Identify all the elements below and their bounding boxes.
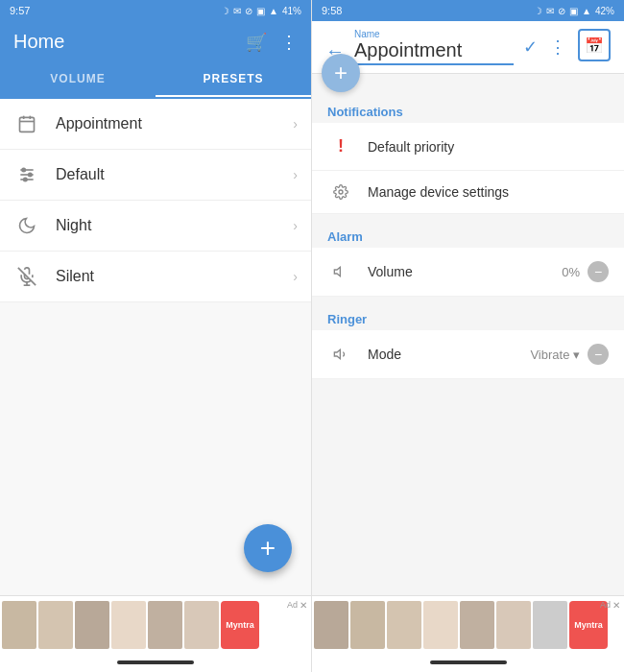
right-status-bar: 9:58 ☽ ✉ ⊘ ▣ ▲ 42% bbox=[312, 0, 624, 21]
list-item-appointment[interactable]: Appointment › bbox=[0, 99, 311, 150]
silent-label: Silent bbox=[56, 268, 293, 285]
left-app-title: Home bbox=[13, 31, 64, 53]
more-icon[interactable]: ⋮ bbox=[280, 32, 298, 53]
right-ad-thumb-2 bbox=[350, 601, 385, 649]
right-ad-thumb-5 bbox=[460, 601, 494, 649]
wifi-icon: ▲ bbox=[269, 6, 278, 16]
ringer-minus-button[interactable]: − bbox=[588, 344, 609, 365]
right-signal-icon: ⊘ bbox=[558, 6, 565, 16]
name-label: Name bbox=[354, 29, 514, 39]
svg-point-8 bbox=[29, 173, 32, 176]
night-label: Night bbox=[56, 217, 293, 234]
ad-thumb-4 bbox=[111, 601, 146, 649]
speaker-icon bbox=[327, 264, 354, 279]
email-icon: ✉ bbox=[233, 6, 241, 16]
exclaim-icon: ! bbox=[327, 136, 354, 156]
right-moon-icon: ☽ bbox=[534, 6, 542, 16]
ringer-header: Ringer bbox=[312, 304, 624, 330]
ad-thumb-1 bbox=[2, 601, 36, 649]
left-tabs: VOLUME PRESETS bbox=[0, 62, 311, 99]
right-ad-thumb-7 bbox=[533, 601, 567, 649]
tab-volume[interactable]: VOLUME bbox=[0, 62, 156, 97]
right-wifi-icon: ▲ bbox=[582, 6, 591, 16]
right-home-indicator bbox=[312, 653, 624, 672]
ad-thumb-5 bbox=[148, 601, 182, 649]
ad-close-button[interactable]: ✕ bbox=[300, 600, 307, 611]
gear-icon bbox=[327, 184, 354, 200]
default-priority-item[interactable]: ! Default priority bbox=[312, 123, 624, 171]
right-home-bar bbox=[430, 660, 507, 664]
ad-logo[interactable]: Myntra bbox=[221, 601, 259, 649]
notifications-section: Notifications ! Default priority Manage … bbox=[312, 97, 624, 214]
left-time: 9:57 bbox=[10, 5, 30, 16]
alarm-volume-label: Volume bbox=[368, 264, 562, 279]
right-header-actions: ✓ ⋮ 📅 bbox=[523, 29, 611, 73]
alarm-section: Alarm Volume 0% − bbox=[312, 222, 624, 297]
left-ad-banner: Myntra Ad ✕ bbox=[0, 595, 311, 653]
night-chevron: › bbox=[293, 218, 298, 233]
appointment-icon bbox=[13, 114, 40, 133]
tab-presets[interactable]: PRESETS bbox=[156, 62, 311, 97]
right-more-icon[interactable]: ⋮ bbox=[549, 36, 566, 58]
home-bar bbox=[117, 660, 194, 664]
ad-thumb-6 bbox=[184, 601, 219, 649]
right-ad-close-button[interactable]: ✕ bbox=[612, 600, 620, 611]
manage-device-label: Manage device settings bbox=[368, 184, 609, 200]
ringer-section: Ringer Mode Vibrate ▾ − bbox=[312, 304, 624, 379]
ringer-mode-item[interactable]: Mode Vibrate ▾ − bbox=[312, 330, 624, 379]
preset-name-field: Name Appointment bbox=[354, 29, 514, 73]
list-item-default[interactable]: Default › bbox=[0, 150, 311, 201]
alarm-volume-item[interactable]: Volume 0% − bbox=[312, 248, 624, 297]
right-device-icon: ▣ bbox=[569, 6, 578, 16]
signal-icon: ⊘ bbox=[245, 6, 252, 16]
list-item-silent[interactable]: Silent › bbox=[0, 252, 311, 302]
default-icon bbox=[13, 165, 40, 184]
ad-thumb-2 bbox=[38, 601, 73, 649]
right-ad-thumb-3 bbox=[387, 601, 421, 649]
alarm-header: Alarm bbox=[312, 222, 624, 248]
svg-point-9 bbox=[24, 178, 27, 180]
notifications-header: Notifications bbox=[312, 97, 624, 123]
left-fab[interactable]: + bbox=[244, 524, 292, 572]
calendar-icon[interactable]: 📅 bbox=[578, 29, 611, 61]
cart-icon[interactable]: 🛒 bbox=[246, 32, 267, 53]
svg-point-13 bbox=[339, 190, 343, 194]
svg-marker-14 bbox=[334, 267, 340, 276]
default-chevron: › bbox=[293, 167, 298, 182]
check-icon[interactable]: ✓ bbox=[523, 36, 538, 58]
night-icon bbox=[13, 216, 40, 235]
appointment-label: Appointment bbox=[56, 115, 293, 132]
name-underline bbox=[354, 63, 514, 65]
left-status-bar: 9:57 ☽ ✉ ⊘ ▣ ▲ 41% bbox=[0, 0, 311, 21]
alarm-minus-button[interactable]: − bbox=[588, 261, 609, 282]
left-panel: 9:57 ☽ ✉ ⊘ ▣ ▲ 41% Home 🛒 ⋮ VOLUME PRESE… bbox=[0, 0, 312, 672]
appointment-chevron: › bbox=[293, 116, 298, 132]
right-ad-thumb-6 bbox=[496, 601, 531, 649]
ringer-mode-value[interactable]: Vibrate ▾ bbox=[530, 348, 580, 362]
right-ad-thumb-4 bbox=[423, 601, 458, 649]
ad-label: Ad bbox=[287, 600, 298, 610]
moon-icon: ☽ bbox=[221, 6, 229, 16]
right-email-icon: ✉ bbox=[546, 6, 554, 16]
left-status-icons: ☽ ✉ ⊘ ▣ ▲ 41% bbox=[221, 6, 301, 16]
add-fab[interactable]: + bbox=[322, 54, 360, 92]
manage-device-settings-item[interactable]: Manage device settings bbox=[312, 171, 624, 214]
left-header-icons: 🛒 ⋮ bbox=[246, 32, 298, 53]
right-ad-banner: Myntra Ad ✕ bbox=[312, 595, 624, 653]
right-panel: 9:58 ☽ ✉ ⊘ ▣ ▲ 42% ← Name Appointment ✓ … bbox=[312, 0, 624, 672]
right-status-icons: ☽ ✉ ⊘ ▣ ▲ 42% bbox=[534, 6, 614, 16]
battery-level: 41% bbox=[282, 6, 301, 16]
list-item-night[interactable]: Night › bbox=[0, 201, 311, 252]
ringer-icon bbox=[327, 347, 354, 362]
svg-point-7 bbox=[22, 168, 25, 171]
default-priority-label: Default priority bbox=[368, 139, 609, 155]
device-icon: ▣ bbox=[256, 6, 265, 16]
ringer-mode-label: Mode bbox=[368, 347, 530, 362]
right-time: 9:58 bbox=[322, 5, 342, 16]
left-fab-area: + bbox=[0, 480, 311, 595]
default-label: Default bbox=[56, 166, 293, 183]
right-ad-label: Ad bbox=[600, 600, 611, 610]
preset-name-text[interactable]: Appointment bbox=[354, 39, 514, 61]
silent-chevron: › bbox=[293, 269, 298, 284]
silent-icon bbox=[13, 267, 40, 286]
